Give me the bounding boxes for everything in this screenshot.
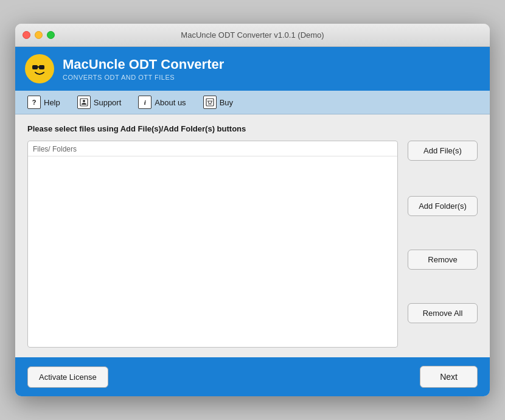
support-icon bbox=[77, 96, 91, 109]
remove-button[interactable]: Remove bbox=[408, 250, 478, 270]
add-folder-button[interactable]: Add Folder(s) bbox=[408, 196, 478, 216]
buy-label: Buy bbox=[220, 98, 233, 107]
next-button[interactable]: Next bbox=[420, 366, 478, 388]
files-list[interactable]: Files/ Folders bbox=[27, 141, 398, 348]
svg-point-8 bbox=[208, 104, 209, 105]
svg-rect-3 bbox=[39, 65, 44, 69]
svg-rect-4 bbox=[38, 66, 39, 68]
svg-point-9 bbox=[210, 104, 211, 105]
close-button[interactable] bbox=[23, 31, 30, 39]
instruction-text: Please select files using Add File(s)/Ad… bbox=[27, 124, 478, 133]
app-header: MacUncle ODT Converter CONVERTS ODT AND … bbox=[15, 47, 490, 91]
help-label: Help bbox=[44, 98, 60, 107]
about-icon: i bbox=[138, 96, 152, 109]
main-content: Please select files using Add File(s)/Ad… bbox=[15, 114, 490, 357]
toolbar: ? Help Support i About us bbox=[15, 91, 490, 114]
window-title: MacUncle ODT Converter v1.0.1 (Demo) bbox=[181, 30, 324, 40]
toolbar-help[interactable]: ? Help bbox=[25, 94, 63, 110]
remove-all-button[interactable]: Remove All bbox=[408, 303, 478, 323]
title-bar: MacUncle ODT Converter v1.0.1 (Demo) bbox=[15, 24, 490, 47]
maximize-button[interactable] bbox=[47, 31, 55, 39]
traffic-lights bbox=[23, 31, 55, 39]
toolbar-support[interactable]: Support bbox=[75, 94, 124, 110]
app-logo bbox=[25, 54, 54, 83]
add-files-button[interactable]: Add File(s) bbox=[408, 141, 478, 161]
app-header-text: MacUncle ODT Converter CONVERTS ODT AND … bbox=[63, 57, 224, 81]
help-icon: ? bbox=[27, 96, 41, 109]
main-window: MacUncle ODT Converter v1.0.1 (Demo) Mac… bbox=[15, 24, 490, 396]
about-label: About us bbox=[155, 98, 186, 107]
footer: Activate License Next bbox=[15, 357, 490, 396]
app-subtitle: CONVERTS ODT AND OTT FILES bbox=[63, 74, 224, 81]
buttons-panel: Add File(s) Add Folder(s) Remove Remove … bbox=[408, 141, 478, 348]
files-area: Files/ Folders Add File(s) Add Folder(s)… bbox=[27, 141, 478, 348]
svg-rect-7 bbox=[206, 99, 214, 106]
support-label: Support bbox=[94, 98, 122, 107]
files-list-label: Files/ Folders bbox=[28, 141, 397, 156]
toolbar-about[interactable]: i About us bbox=[136, 94, 188, 110]
activate-license-button[interactable]: Activate License bbox=[27, 366, 108, 388]
svg-point-6 bbox=[83, 100, 85, 102]
minimize-button[interactable] bbox=[35, 31, 43, 39]
svg-rect-2 bbox=[32, 65, 38, 69]
app-name: MacUncle ODT Converter bbox=[63, 57, 224, 72]
toolbar-buy[interactable]: Buy bbox=[201, 94, 235, 110]
buy-icon bbox=[203, 96, 217, 109]
